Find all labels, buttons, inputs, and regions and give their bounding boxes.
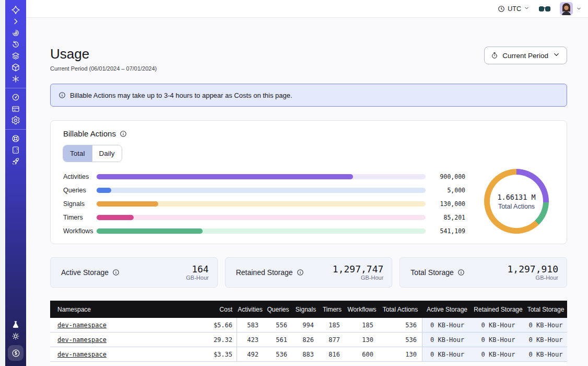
- bar-track: [97, 188, 426, 193]
- namespace-link[interactable]: dev-namespace: [57, 322, 107, 329]
- donut-center: 1.66131 M Total Actions: [490, 175, 543, 228]
- info-icon: [58, 92, 66, 99]
- user-menu[interactable]: [560, 2, 582, 15]
- namespaces-icon[interactable]: [5, 27, 26, 39]
- bar-fill: [97, 188, 111, 193]
- table-row: dev-namespace $3.35 492 536 883 816 600 …: [50, 347, 567, 362]
- retained-storage-cell: 0 KB-Hour: [472, 333, 524, 347]
- namespace-usage-table: Namespace Cost Activities Queries Signal…: [50, 301, 567, 365]
- clock-icon: [498, 5, 505, 13]
- cost-cell: $5.66: [175, 318, 237, 332]
- deployments-cube-icon[interactable]: [5, 62, 26, 73]
- table-row: dev-namespace 29.32 423 561 826 877 130 …: [50, 333, 567, 347]
- info-icon[interactable]: [297, 269, 304, 276]
- col-header-retained-storage: Retained Storage: [472, 301, 524, 318]
- period-selector-button[interactable]: Current Period: [484, 47, 567, 64]
- cost-cell: $3.35: [175, 347, 237, 361]
- schedules-icon[interactable]: [5, 39, 26, 50]
- signals-cell: 883: [292, 347, 319, 361]
- active-storage-card: Active Storage 164 GB-Hour: [50, 257, 218, 288]
- active-storage-cell: 0 KB-Hour: [422, 318, 472, 332]
- storage-card-label: Active Storage: [61, 268, 109, 277]
- sidebar: [5, 0, 26, 366]
- col-header-signals: Signals: [292, 301, 319, 318]
- storage-card-unit: GB-Hour: [507, 274, 558, 281]
- chart-mode-tabs: Total Daily: [63, 145, 122, 162]
- bar-row-workflows: Workflows 541,109: [63, 224, 465, 238]
- chevron-down-icon: [552, 51, 560, 60]
- usage-billing-active-button[interactable]: [8, 345, 23, 361]
- dollar-coin-icon: [11, 348, 21, 358]
- table-row: dev-namespace $5.66 583 556 994 185 185 …: [50, 318, 567, 333]
- timezone-selector[interactable]: UTC: [498, 5, 530, 13]
- stopwatch-icon: [491, 52, 498, 59]
- getting-started-rocket-icon[interactable]: [5, 156, 26, 167]
- namespace-link[interactable]: dev-namespace: [57, 351, 107, 358]
- expand-chevron-right-icon[interactable]: [5, 16, 26, 27]
- sidebar-divider: [5, 129, 26, 130]
- workflows-cell: 185: [345, 318, 379, 332]
- col-header-activities: Activities: [237, 301, 264, 318]
- billable-actions-title: Billable Actions: [63, 129, 127, 138]
- namespace-link[interactable]: dev-namespace: [57, 336, 107, 344]
- glasses-icon[interactable]: [539, 5, 550, 13]
- chevron-down-icon: [524, 5, 530, 13]
- bar-row-timers: Timers 85,201: [63, 211, 465, 224]
- topbar: UTC: [26, 0, 588, 18]
- activities-cell: 492: [237, 347, 264, 361]
- active-storage-cell: 0 KB-Hour: [422, 333, 472, 347]
- sidebar-divider: [5, 88, 26, 88]
- bar-track: [97, 215, 426, 220]
- info-icon[interactable]: [457, 269, 465, 276]
- col-header-cost: Cost: [175, 301, 237, 318]
- bar-track: [97, 174, 426, 179]
- usage-gauge-icon[interactable]: [5, 92, 26, 103]
- timezone-label: UTC: [508, 5, 521, 13]
- donut-total-label: Total Actions: [498, 203, 535, 210]
- storage-card-unit: GB-Hour: [333, 274, 384, 281]
- billable-actions-card: Billable Actions Total Daily Activities …: [50, 120, 567, 244]
- info-icon[interactable]: [112, 269, 120, 276]
- support-lifebuoy-icon[interactable]: [5, 133, 26, 144]
- donut-total-value: 1.66131 M: [497, 193, 535, 201]
- bar-label: Queries: [63, 187, 97, 194]
- storage-card-value: 1,297,910: [507, 264, 558, 274]
- total-actions-donut-chart: 1.66131 M Total Actions: [484, 169, 549, 234]
- storage-card-value: 164: [186, 264, 208, 274]
- col-header-active-storage: Active Storage: [422, 301, 472, 318]
- retained-storage-card: Retained Storage 1,297,747 GB-Hour: [225, 257, 393, 288]
- workflows-cell: 600: [345, 347, 379, 361]
- docs-icon[interactable]: [5, 144, 26, 156]
- info-icon[interactable]: [120, 130, 127, 138]
- theme-sun-icon[interactable]: [5, 330, 26, 342]
- total-actions-cell: 130: [379, 347, 422, 361]
- temporal-logo-icon[interactable]: [5, 4, 26, 16]
- bar-track: [97, 201, 426, 207]
- bar-track: [97, 228, 426, 234]
- page-title: Usage: [50, 46, 89, 62]
- retained-storage-cell: 0 KB-Hour: [472, 318, 524, 332]
- settings-gear-icon[interactable]: [5, 115, 26, 126]
- billing-card-icon[interactable]: [5, 103, 26, 115]
- timers-cell: 877: [319, 333, 345, 347]
- nexus-asterisk-icon[interactable]: [5, 73, 26, 85]
- bar-fill: [97, 228, 203, 234]
- layers-icon[interactable]: [5, 50, 26, 62]
- labs-flask-icon[interactable]: [5, 319, 26, 330]
- tab-daily[interactable]: Daily: [92, 145, 122, 162]
- total-storage-cell: 0 KB-Hour: [524, 347, 567, 361]
- col-header-namespace: Namespace: [50, 301, 175, 318]
- queries-cell: 536: [264, 347, 292, 361]
- timers-cell: 185: [319, 318, 345, 332]
- queries-cell: 556: [264, 318, 292, 332]
- main-content: Usage Current Period (06/01/2024 – 07/01…: [26, 18, 588, 366]
- billable-actions-title-text: Billable Actions: [63, 129, 116, 138]
- bar-label: Signals: [63, 200, 97, 208]
- bar-row-activities: Activities 900,000: [63, 170, 465, 184]
- activities-cell: 583: [237, 318, 264, 332]
- tab-total[interactable]: Total: [63, 145, 92, 162]
- bar-row-queries: Queries 5,000: [63, 184, 465, 197]
- table-row-partial: [50, 362, 567, 365]
- info-banner-text: Billable Actions may take up to 3-4 hour…: [70, 92, 292, 99]
- bar-row-signals: Signals 130,000: [63, 197, 465, 211]
